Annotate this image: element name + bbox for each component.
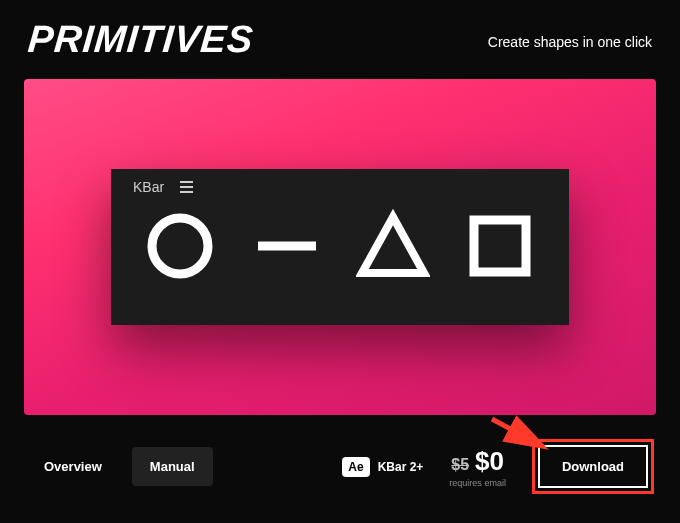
shapes-row (133, 203, 547, 283)
download-highlight: Download (532, 439, 654, 494)
download-button[interactable]: Download (538, 445, 648, 488)
kbar-title: KBar (133, 179, 164, 195)
new-price: $0 (475, 446, 504, 477)
tab-manual[interactable]: Manual (132, 447, 213, 486)
header: PRIMITIVES Create shapes in one click (0, 0, 680, 71)
old-price: $5 (451, 456, 469, 474)
svg-point-0 (152, 218, 208, 274)
square-icon (463, 209, 537, 283)
line-icon (250, 209, 324, 283)
price-note: requires email (449, 478, 506, 488)
logo: PRIMITIVES (26, 18, 255, 61)
tagline: Create shapes in one click (488, 34, 652, 50)
tab-overview[interactable]: Overview (26, 447, 120, 486)
price: $5 $0 requires email (449, 446, 506, 488)
circle-icon (143, 209, 217, 283)
svg-rect-3 (474, 220, 526, 272)
ae-badge-icon: Ae (342, 457, 369, 477)
svg-marker-2 (362, 217, 424, 273)
hero-image: KBar (24, 79, 656, 415)
kbar-panel: KBar (111, 169, 569, 325)
triangle-icon (356, 209, 430, 283)
kbar-panel-header: KBar (133, 179, 547, 195)
kbar-version-label: KBar 2+ (378, 460, 424, 474)
hamburger-icon (180, 181, 193, 193)
bottom-bar: Overview Manual Ae KBar 2+ $5 $0 require… (0, 415, 680, 494)
requirements: Ae KBar 2+ (342, 457, 423, 477)
